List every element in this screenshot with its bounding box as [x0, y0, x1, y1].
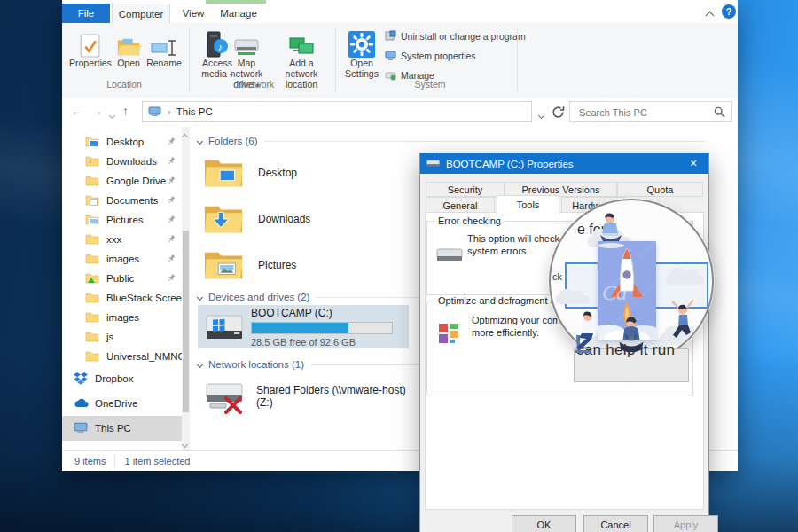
folder-name: Pictures: [258, 259, 296, 271]
scroll-up-icon[interactable]: [183, 130, 187, 141]
drive-usage-bar: [251, 322, 393, 334]
documents-folder-icon: [85, 194, 100, 207]
section-rule: [264, 141, 705, 142]
defragment-icon: [438, 323, 459, 344]
sidebar-item-images-2[interactable]: images: [62, 308, 182, 327]
breadcrumb-location[interactable]: This PC: [176, 106, 213, 117]
tab-file[interactable]: File: [62, 4, 110, 23]
collapse-icon[interactable]: [197, 293, 203, 300]
sidebar-item-this-pc[interactable]: This PC: [62, 416, 182, 441]
sidebar-label: OneDrive: [95, 398, 138, 409]
network-location-item[interactable]: Shared Folders (\\vmware-host) (Z:): [205, 379, 406, 414]
open-button[interactable]: Open: [113, 27, 144, 68]
status-divider: [114, 455, 115, 467]
properties-label: Properties: [69, 58, 110, 68]
dialog-title: BOOTCAMP (C:) Properties: [446, 159, 574, 169]
sidebar-item-google-drive[interactable]: Google Drive: [62, 171, 182, 191]
tab-computer[interactable]: Computer: [112, 4, 170, 24]
search-box[interactable]: [569, 101, 732, 122]
drive-tile-bootcamp[interactable]: BOOTCAMP (C:) 28.5 GB free of 92.6 GB: [198, 305, 409, 348]
sidebar-label: images: [106, 312, 139, 323]
desktop-folder-icon: [85, 136, 100, 148]
folder-tile-pictures[interactable]: Pictures: [203, 242, 403, 288]
system-properties-item[interactable]: System properties: [385, 50, 476, 61]
pin-icon: [164, 135, 177, 149]
cancel-button[interactable]: Cancel: [583, 515, 648, 532]
network-group-label: Network: [226, 79, 288, 90]
collapse-icon[interactable]: [197, 137, 203, 144]
network-item-drive-letter: (Z:): [256, 396, 406, 409]
collapse-icon[interactable]: [197, 361, 203, 367]
system-group-label: System: [399, 79, 461, 90]
sidebar-item-pictures[interactable]: Pictures: [62, 210, 182, 230]
open-settings-button[interactable]: Open Settings: [342, 27, 381, 79]
folder-tile-desktop[interactable]: Desktop: [203, 150, 403, 196]
sidebar-item-documents[interactable]: Documents: [62, 191, 182, 210]
ribbon-tabstrip: File Computer View Manage ?: [62, 0, 738, 23]
section-label: Devices and drives (2): [208, 292, 309, 302]
sidebar-item-onedrive[interactable]: OneDrive: [62, 391, 182, 416]
illustration-person-sitting-laptop: [595, 211, 627, 248]
refresh-icon[interactable]: [552, 106, 565, 119]
properties-icon: [69, 27, 110, 58]
sidebar-item-universal-nmng[interactable]: Universal_NMNG: [62, 347, 182, 366]
sidebar-item-xxx[interactable]: xxx: [62, 230, 182, 249]
ok-button[interactable]: OK: [512, 515, 576, 532]
sidebar-item-dropbox[interactable]: Dropbox: [62, 366, 182, 391]
selection-count: 1 item selected: [124, 456, 190, 466]
properties-button[interactable]: Properties: [69, 27, 110, 68]
drive-icon: [205, 309, 244, 345]
drive-name: BOOTCAMP (C:): [251, 307, 393, 319]
sidebar-item-js[interactable]: js: [62, 327, 182, 347]
scrollbar-thumb[interactable]: [183, 231, 189, 412]
sidebar-label: Desktop: [106, 137, 144, 147]
add-location-label1: Add a network: [286, 58, 318, 79]
folders-section-header[interactable]: Folders (6): [198, 136, 721, 146]
uninstall-program-item[interactable]: Uninstall or change a program: [385, 30, 526, 42]
manage-icon: [385, 69, 396, 81]
close-icon[interactable]: ×: [680, 153, 707, 174]
up-icon[interactable]: ↑: [122, 104, 129, 118]
sidebar-item-desktop[interactable]: Desktop: [62, 132, 182, 152]
tab-tools[interactable]: Tools: [497, 195, 559, 215]
minimize-ribbon-icon[interactable]: [707, 10, 713, 20]
scroll-down-icon[interactable]: [183, 438, 187, 449]
forward-icon[interactable]: →: [90, 104, 103, 118]
apply-button[interactable]: Apply: [653, 515, 718, 532]
tab-security[interactable]: Security: [426, 182, 505, 197]
dialog-title-bar[interactable]: BOOTCAMP (C:) Properties ×: [420, 153, 708, 174]
help-icon[interactable]: ?: [722, 4, 736, 19]
network-item-name: Shared Folders (\\vmware-host): [256, 384, 406, 396]
folder-name: Desktop: [258, 167, 297, 179]
address-dropdown-icon[interactable]: [539, 109, 544, 120]
tab-view[interactable]: View: [174, 4, 213, 23]
settings-gear-icon: [342, 27, 381, 58]
sidebar-label: images: [106, 254, 139, 264]
recent-locations-icon[interactable]: [110, 109, 114, 120]
sidebar-item-bluestack[interactable]: BlueStack Screen: [62, 288, 182, 308]
tab-manage[interactable]: Manage: [215, 4, 262, 23]
rename-button[interactable]: Rename: [145, 27, 183, 68]
breadcrumb[interactable]: › This PC: [142, 101, 532, 122]
back-icon[interactable]: ←: [71, 104, 83, 118]
pin-icon: [164, 154, 177, 168]
sidebar-item-public[interactable]: Public: [62, 269, 182, 288]
sidebar-item-downloads[interactable]: ↓ Downloads: [62, 152, 182, 171]
search-icon[interactable]: [714, 106, 725, 118]
public-folder-icon: [85, 272, 100, 285]
rename-label: Rename: [145, 58, 183, 68]
folder-tile-downloads[interactable]: Downloads: [203, 196, 403, 242]
illustration-person-crosslegged-phone: [612, 316, 651, 360]
sidebar-label: Public: [106, 273, 134, 284]
group-separator: [335, 28, 336, 92]
add-location-label2: location: [286, 79, 317, 90]
sidebar-label: js: [106, 332, 113, 342]
address-bar: ← → ↑ › This PC: [62, 98, 738, 128]
this-pc-icon: [148, 106, 162, 117]
tab-quota[interactable]: Quota: [617, 182, 703, 197]
sidebar-label: Google Drive: [106, 176, 166, 186]
sidebar-item-images[interactable]: images: [62, 249, 182, 269]
add-network-location-icon: [273, 27, 330, 58]
rename-icon: [145, 27, 183, 58]
search-input[interactable]: [577, 103, 714, 122]
